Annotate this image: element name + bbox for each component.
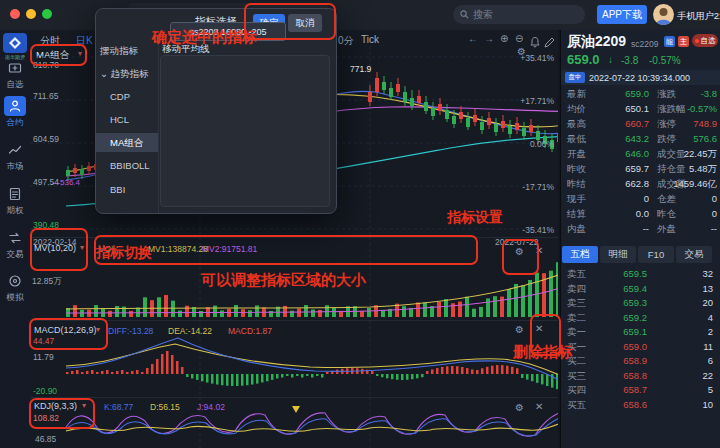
contract-code: sc2209	[631, 39, 658, 49]
stat-value: 659.7	[591, 163, 649, 174]
stat-label: 最新	[567, 88, 586, 101]
sidebar-item-市场[interactable]: 市场	[0, 140, 30, 173]
quote-tab-五档[interactable]: 五档	[562, 246, 598, 263]
kdj-settings-gear-icon[interactable]: ⚙	[515, 402, 524, 413]
macd-axis-mid: 11.79	[33, 352, 54, 362]
annotation-box	[29, 318, 108, 350]
tree-item-HCL[interactable]: HCL	[110, 114, 129, 125]
macd-value: MACD:1.87	[228, 326, 272, 336]
annotation-box	[29, 398, 95, 429]
quote-tab-明细[interactable]: 明细	[600, 246, 636, 263]
book-label: 卖一	[567, 326, 586, 339]
tree-item-BBI[interactable]: BBI	[110, 184, 125, 195]
stats-row: 昨收659.7持仓量5.48万	[561, 163, 720, 178]
sidebar-item-合约[interactable]: 合约	[0, 96, 30, 129]
contracts-icon	[4, 96, 26, 116]
price-axis-label: 497.54	[33, 177, 59, 187]
sidebar-item-交易[interactable]: 交易	[0, 228, 30, 261]
stat-label: 内盘	[567, 223, 586, 236]
book-price: 659.4	[591, 283, 647, 294]
close-window-icon[interactable]	[10, 9, 20, 19]
annotation-box	[30, 228, 88, 271]
k-value: K:68.77	[104, 402, 133, 412]
stat-label: 现手	[567, 193, 586, 206]
book-volume: 20	[661, 297, 713, 308]
sidebar-item-模拟[interactable]: 模拟	[0, 271, 30, 304]
d-value: D:56.15	[150, 402, 180, 412]
price-axis-label: 711.65	[33, 91, 58, 101]
broker-logo	[3, 33, 27, 53]
book-price: 658.8	[591, 370, 647, 381]
book-volume: 6	[661, 355, 713, 366]
sidebar-nav: 南华期货 自选合约市场期权交易模拟	[0, 30, 31, 448]
trade-icon	[4, 228, 26, 248]
stats-row: 均价650.1涨跌幅-0.57%	[561, 103, 720, 118]
book-row-买五: 买五658.610	[561, 399, 720, 414]
indicator-preview-panel	[160, 55, 330, 207]
price-down-arrow-icon: ↓	[608, 54, 613, 65]
diff-value: DIFF:-13.28	[108, 326, 153, 336]
book-price: 659.3	[591, 297, 647, 308]
stats-row: 最低643.2跌停576.6	[561, 133, 720, 148]
pct-axis-label: +17.71%	[520, 96, 554, 106]
sidebar-item-label: 自选	[0, 79, 30, 91]
exchange-badge: 能	[664, 36, 675, 47]
annotation-text: 删除指标	[513, 343, 573, 362]
book-volume: 2	[661, 326, 713, 337]
quote-tab-F10[interactable]: F10	[638, 246, 674, 263]
tree-item-MA组合[interactable]: MA组合	[110, 137, 143, 150]
vol-axis-label: 12.85万	[32, 276, 62, 288]
avatar[interactable]	[653, 4, 674, 25]
stats-row: 现手0仓差0	[561, 193, 720, 208]
market-icon	[4, 140, 26, 160]
stat-value: 650.1	[591, 103, 649, 114]
stat-value: 0.0	[591, 208, 649, 219]
avatar-face-icon	[653, 4, 674, 25]
annotation-box	[30, 44, 87, 66]
watchlist-dot-icon	[695, 39, 699, 43]
book-price: 659.2	[591, 312, 647, 323]
book-volume: 4	[661, 312, 713, 323]
sidebar-item-期权[interactable]: 期权	[0, 184, 30, 217]
book-price: 658.7	[591, 384, 647, 395]
macd-settings-gear-icon[interactable]: ⚙	[515, 324, 524, 335]
stat-label: 结算	[567, 208, 586, 221]
kdj-close-icon[interactable]: ✕	[535, 401, 543, 412]
pct-axis-label: +35.41%	[520, 53, 554, 63]
watchlist-icon	[4, 58, 26, 78]
watchlist-button[interactable]: 自选	[692, 34, 718, 47]
stat-label: 昨结	[567, 178, 586, 191]
annotation-box	[502, 239, 539, 275]
book-volume: 32	[661, 268, 713, 279]
stat-value: 5.48万	[669, 163, 717, 176]
tree-item-BBIBOLL[interactable]: BBIBOLL	[110, 160, 150, 171]
search-input[interactable]: 搜索	[453, 5, 585, 24]
minimize-window-icon[interactable]	[26, 9, 36, 19]
tree-item-CDP[interactable]: CDP	[110, 91, 130, 102]
status-strip: 盘中 2022-07-22 10:39:34.000	[561, 70, 720, 85]
book-volume: 11	[661, 341, 713, 352]
stat-value: 643.2	[591, 133, 649, 144]
last-price: 659.0	[567, 52, 600, 67]
book-label: 买四	[567, 384, 586, 397]
stat-label: 昨收	[567, 163, 586, 176]
username[interactable]: 手机用户2194	[677, 10, 720, 23]
stats-row: 结算0.0昨仓0	[561, 208, 720, 223]
book-row-卖四: 卖四659.413	[561, 283, 720, 298]
sidebar-item-label: 合约	[0, 117, 30, 129]
stats-row: 开盘646.0成交量22.45万	[561, 148, 720, 163]
stat-label: 最高	[567, 118, 586, 131]
maximize-window-icon[interactable]	[42, 9, 52, 19]
sidebar-item-自选[interactable]: 自选	[0, 58, 30, 91]
tree-item-摆动指标[interactable]: 摆动指标	[100, 45, 138, 58]
book-volume: 22	[661, 370, 713, 381]
stat-value: --	[669, 223, 717, 234]
app-download-button[interactable]: APP下载	[597, 5, 647, 24]
stat-value: 576.6	[669, 133, 717, 144]
stat-value: 22.45万	[669, 148, 717, 161]
book-label: 卖五	[567, 268, 586, 281]
quote-tab-交易[interactable]: 交易	[676, 246, 712, 263]
tree-item-趋势指标[interactable]: ⌄ 趋势指标	[100, 68, 149, 81]
stat-value: 660.7	[591, 118, 649, 129]
k-line	[66, 409, 558, 436]
